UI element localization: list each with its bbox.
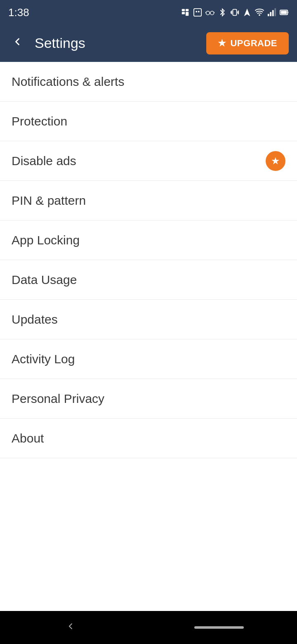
svg-rect-19: [268, 14, 269, 16]
menu-item-data-usage[interactable]: Data Usage: [0, 260, 297, 300]
wifi-icon: [255, 8, 264, 17]
menu-item-updates[interactable]: Updates: [0, 300, 297, 339]
network-boost-icon: [243, 8, 252, 17]
menu-item-app-locking[interactable]: App Locking: [0, 220, 297, 260]
home-indicator[interactable]: [194, 626, 244, 629]
upgrade-button[interactable]: ★ UPGRADE: [206, 32, 289, 54]
svg-rect-12: [233, 9, 236, 16]
menu-item-label-updates: Updates: [12, 313, 58, 327]
svg-rect-25: [288, 12, 288, 13]
back-button[interactable]: [8, 32, 26, 54]
menu-item-label-disable-ads: Disable ads: [12, 154, 76, 168]
svg-point-5: [196, 11, 197, 12]
signal-icon: [267, 8, 276, 17]
svg-rect-3: [186, 12, 189, 16]
svg-rect-20: [270, 12, 271, 16]
menu-item-notifications[interactable]: Notifications & alerts: [0, 62, 297, 102]
svg-point-6: [198, 11, 200, 12]
svg-point-7: [206, 11, 210, 15]
bottom-nav: [0, 611, 297, 644]
menu-item-protection[interactable]: Protection: [0, 102, 297, 141]
toolbar: Settings ★ UPGRADE: [0, 25, 297, 62]
glasses-icon: [205, 8, 214, 17]
menu-item-label-personal-privacy: Personal Privacy: [12, 392, 104, 406]
menu-item-label-notifications: Notifications & alerts: [12, 75, 124, 89]
menu-item-about[interactable]: About: [0, 419, 297, 458]
menu-item-label-pin-pattern: PIN & pattern: [12, 194, 86, 208]
svg-rect-2: [182, 12, 185, 14]
svg-point-18: [259, 14, 260, 16]
svg-rect-21: [272, 10, 274, 17]
battery-icon: [280, 8, 289, 17]
svg-rect-1: [186, 9, 189, 12]
menu-item-label-about: About: [12, 431, 44, 445]
nav-back-button[interactable]: [53, 617, 88, 638]
menu-item-pin-pattern[interactable]: PIN & pattern: [0, 181, 297, 220]
svg-rect-22: [274, 8, 276, 16]
menu-item-disable-ads[interactable]: Disable ads★: [0, 141, 297, 181]
menu-item-label-activity-log: Activity Log: [12, 352, 75, 366]
status-time: 1:38: [8, 6, 29, 19]
svg-rect-4: [194, 9, 201, 16]
svg-rect-24: [281, 11, 287, 14]
menu-item-label-data-usage: Data Usage: [12, 273, 77, 287]
notification-icon: [181, 8, 190, 17]
status-icons: [181, 8, 289, 17]
svg-point-8: [210, 11, 214, 15]
svg-rect-0: [182, 9, 185, 12]
menu-item-personal-privacy[interactable]: Personal Privacy: [0, 379, 297, 419]
status-bar: 1:38: [0, 0, 297, 25]
svg-marker-17: [244, 9, 250, 16]
menu-item-badge-disable-ads: ★: [266, 151, 285, 171]
app-icon: [193, 8, 202, 17]
upgrade-star-icon: ★: [218, 38, 226, 49]
menu-list: Notifications & alertsProtectionDisable …: [0, 62, 297, 611]
menu-item-activity-log[interactable]: Activity Log: [0, 339, 297, 379]
menu-item-label-protection: Protection: [12, 114, 67, 128]
page-title: Settings: [35, 35, 85, 51]
bluetooth-icon: [218, 8, 227, 17]
vibrate-icon: [230, 8, 239, 17]
upgrade-label: UPGRADE: [230, 38, 277, 49]
toolbar-left: Settings: [8, 32, 85, 54]
menu-item-label-app-locking: App Locking: [12, 233, 80, 247]
